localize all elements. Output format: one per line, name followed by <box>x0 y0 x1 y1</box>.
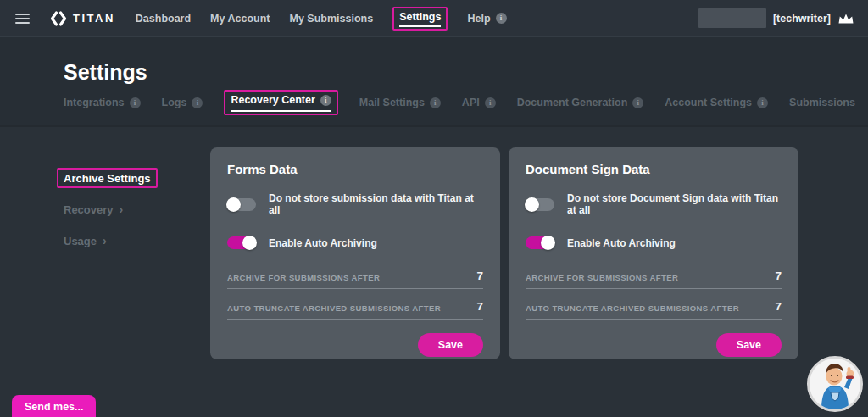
recovery-center-content: Archive Settings Recovery › Usage › Form… <box>0 127 868 417</box>
chevron-right-icon: › <box>120 203 124 216</box>
save-button[interactable]: Save <box>418 333 483 357</box>
tab-recovery-center[interactable]: Recovery Center i <box>231 94 331 112</box>
hamburger-menu-icon[interactable] <box>15 14 30 24</box>
info-icon[interactable]: i <box>485 97 496 108</box>
titan-logo-icon <box>50 10 67 27</box>
tab-logs-label: Logs <box>162 97 187 108</box>
document-sign-data-card: Document Sign Data Do not store Document… <box>509 147 798 359</box>
tab-submissions[interactable]: Submissions <box>789 97 855 108</box>
settings-annotation-box: Settings <box>392 7 448 31</box>
mascot-illustration <box>810 359 860 409</box>
save-row: Save <box>526 333 782 357</box>
auto-archiving-label: Enable Auto Archiving <box>567 237 676 249</box>
sidebar-item-archive-settings-label: Archive Settings <box>64 172 151 185</box>
recovery-center-annotation-box: Recovery Center i <box>224 90 337 115</box>
recovery-sidebar: Archive Settings Recovery › Usage › <box>0 168 186 265</box>
do-not-store-label: Do not store submission data with Titan … <box>269 192 483 216</box>
nav-help[interactable]: Help i <box>467 13 506 25</box>
sidebar-item-archive-settings[interactable]: Archive Settings <box>64 172 151 185</box>
tab-account-settings[interactable]: Account Settings i <box>665 97 768 108</box>
toggle-knob <box>242 236 257 250</box>
info-icon[interactable]: i <box>320 95 331 106</box>
auto-archiving-row: Enable Auto Archiving <box>227 236 483 249</box>
toggle-knob <box>525 197 539 212</box>
tab-integrations-label: Integrations <box>64 97 125 108</box>
do-not-store-toggle[interactable] <box>227 198 256 211</box>
tab-recovery-center-label: Recovery Center <box>231 94 314 106</box>
support-mascot-avatar[interactable] <box>807 356 863 412</box>
do-not-store-toggle[interactable] <box>526 198 554 211</box>
sidebar-item-recovery[interactable]: Recovery › <box>64 203 186 216</box>
archive-after-label: ARCHIVE FOR SUBMISSIONS AFTER <box>227 273 380 282</box>
do-not-store-label: Do not store Document Sign data with Tit… <box>567 192 782 216</box>
info-icon[interactable]: i <box>430 97 441 108</box>
sidebar-item-usage-label: Usage <box>64 235 97 247</box>
auto-truncate-label: AUTO TRUNCATE ARCHIVED SUBMISSIONS AFTER <box>526 303 739 313</box>
tab-mail-settings-label: Mail Settings <box>359 97 425 108</box>
do-not-store-row: Do not store Document Sign data with Tit… <box>526 192 782 216</box>
forms-data-card: Forms Data Do not store submission data … <box>210 147 500 359</box>
sidebar-divider <box>186 147 186 371</box>
tab-api-label: API <box>462 97 480 108</box>
settings-tab-bar: Integrations i Logs i Recovery Center i … <box>64 96 868 109</box>
tab-integrations[interactable]: Integrations i <box>64 97 141 108</box>
nav-dashboard[interactable]: Dashboard <box>136 13 191 25</box>
auto-truncate-field[interactable]: AUTO TRUNCATE ARCHIVED SUBMISSIONS AFTER… <box>526 300 782 320</box>
toggle-knob <box>226 197 241 212</box>
nav-my-account[interactable]: My Account <box>210 13 270 25</box>
brand-name: TITAN <box>73 12 115 25</box>
nav-help-label: Help <box>467 13 490 25</box>
archive-after-value[interactable]: 7 <box>476 270 483 282</box>
tab-api[interactable]: API i <box>462 97 496 108</box>
tab-logs[interactable]: Logs i <box>162 97 203 108</box>
brand-logo[interactable]: TITAN <box>50 10 115 27</box>
tab-account-settings-label: Account Settings <box>665 97 752 108</box>
save-button[interactable]: Save <box>716 333 782 357</box>
auto-truncate-field[interactable]: AUTO TRUNCATE ARCHIVED SUBMISSIONS AFTER… <box>227 300 483 320</box>
auto-truncate-label: AUTO TRUNCATE ARCHIVED SUBMISSIONS AFTER <box>227 303 441 313</box>
auto-archiving-label: Enable Auto Archiving <box>269 237 377 249</box>
archive-after-field[interactable]: ARCHIVE FOR SUBMISSIONS AFTER 7 <box>526 270 782 289</box>
card-title: Forms Data <box>227 162 483 176</box>
archive-after-label: ARCHIVE FOR SUBMISSIONS AFTER <box>526 273 678 282</box>
page-title: Settings <box>64 37 868 85</box>
info-icon[interactable]: i <box>632 97 643 108</box>
nav-settings[interactable]: Settings <box>399 11 441 27</box>
auto-archiving-row: Enable Auto Archiving <box>526 236 782 249</box>
auto-archiving-toggle[interactable] <box>526 236 554 249</box>
archive-settings-annotation-box: Archive Settings <box>57 168 158 188</box>
crown-icon[interactable] <box>837 13 854 25</box>
auto-truncate-value[interactable]: 7 <box>476 300 483 313</box>
archive-after-field[interactable]: ARCHIVE FOR SUBMISSIONS AFTER 7 <box>227 270 483 289</box>
auto-truncate-value[interactable]: 7 <box>775 300 782 313</box>
cards-container: Forms Data Do not store submission data … <box>210 147 798 359</box>
card-title: Document Sign Data <box>526 162 782 176</box>
auto-archiving-toggle[interactable] <box>227 236 256 249</box>
archive-after-value[interactable]: 7 <box>775 270 782 282</box>
redacted-account-box <box>698 8 766 28</box>
do-not-store-row: Do not store submission data with Titan … <box>227 192 483 216</box>
info-icon[interactable]: i <box>757 97 768 108</box>
tab-mail-settings[interactable]: Mail Settings i <box>359 97 441 108</box>
username-label: [techwriter] <box>773 13 831 25</box>
top-bar: TITAN Dashboard My Account My Submission… <box>0 0 868 37</box>
info-icon[interactable]: i <box>192 97 203 108</box>
nav-my-submissions[interactable]: My Submissions <box>289 13 373 25</box>
send-message-button[interactable]: Send mes... <box>12 395 96 417</box>
sidebar-item-usage[interactable]: Usage › <box>64 234 186 247</box>
top-bar-right: [techwriter] <box>698 8 854 28</box>
top-navigation: Dashboard My Account My Submissions Sett… <box>136 7 507 31</box>
info-icon[interactable]: i <box>496 13 507 24</box>
save-row: Save <box>227 333 483 357</box>
tab-document-generation[interactable]: Document Generation i <box>517 97 644 108</box>
sidebar-item-recovery-label: Recovery <box>64 203 114 216</box>
toggle-knob <box>541 236 555 250</box>
settings-header-section: Settings Integrations i Logs i Recovery … <box>0 37 868 127</box>
tab-submissions-label: Submissions <box>789 97 855 108</box>
chevron-right-icon: › <box>103 234 107 247</box>
tab-recovery-center-inner: Recovery Center i <box>231 94 331 112</box>
tab-document-generation-label: Document Generation <box>517 97 628 108</box>
info-icon[interactable]: i <box>130 97 141 108</box>
